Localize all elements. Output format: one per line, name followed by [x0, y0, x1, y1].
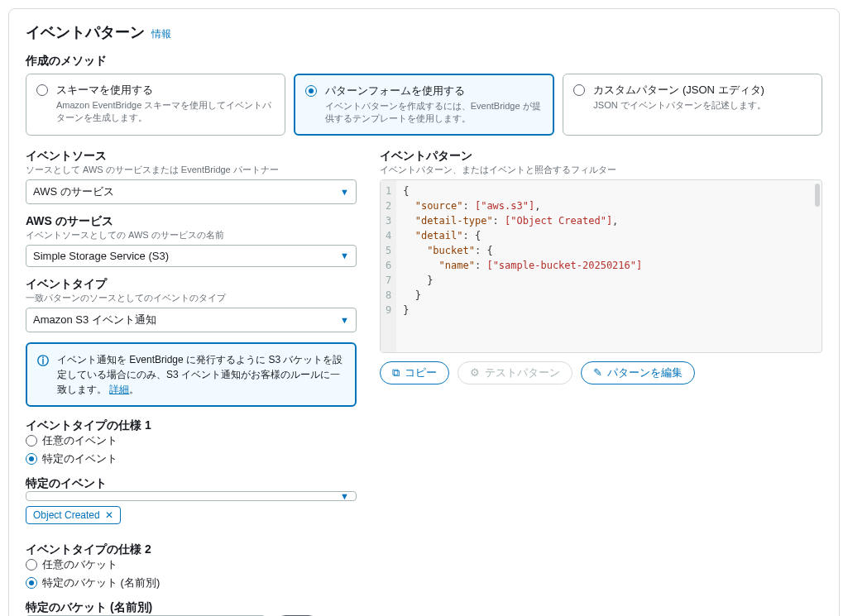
line-gutter: 123456789 [381, 180, 396, 352]
radio-label: 特定のバケット (名前別) [42, 575, 160, 590]
radio-icon [26, 577, 37, 589]
radio-icon [36, 84, 48, 96]
alert-text: イベント通知を EventBridge に発行するように S3 バケットを設定し… [57, 354, 343, 395]
radio-icon [573, 84, 585, 96]
info-alert: ⓘ イベント通知を EventBridge に発行するように S3 バケットを設… [26, 342, 357, 407]
caret-down-icon: ▼ [340, 315, 349, 325]
gear-icon: ⚙ [470, 366, 480, 379]
caret-down-icon: ▼ [340, 251, 349, 260]
event-type-select[interactable]: Amazon S3 イベント通知 ▼ [26, 308, 357, 332]
scrollbar-thumb[interactable] [815, 184, 820, 207]
caret-down-icon: ▼ [340, 187, 349, 197]
aws-service-select[interactable]: Simple Storage Service (S3) ▼ [26, 245, 357, 267]
test-pattern-button[interactable]: ⚙ テストパターン [458, 361, 573, 384]
test-label: テストパターン [485, 365, 560, 380]
pattern-label: イベントパターン [380, 149, 822, 164]
radio-icon [26, 453, 37, 465]
specific-bucket-label: 特定のバケット (名前別) [26, 600, 357, 615]
info-link[interactable]: 情報 [151, 27, 171, 41]
tile-desc: Amazon EventBridge スキーマを使用してイベントパターンを生成し… [56, 99, 275, 125]
radio-icon [305, 85, 317, 97]
pattern-hint: イベントパターン、またはイベントと照合するフィルター [380, 164, 822, 176]
copy-button[interactable]: ⧉ コピー [380, 361, 449, 384]
tile-desc: JSON でイベントパターンを記述します。 [593, 99, 812, 112]
event-source-hint: ソースとして AWS のサービスまたは EventBridge パートナー [26, 164, 357, 176]
event-token: Object Created ✕ [26, 506, 121, 524]
edit-label: パターンを編集 [607, 365, 683, 380]
radio-label: 任意のイベント [42, 433, 117, 448]
spec2-specific-radio[interactable]: 特定のバケット (名前別) [26, 575, 357, 590]
event-pattern-panel: イベントパターン 情報 作成のメソッド スキーマを使用する Amazon Eve… [8, 8, 840, 616]
tile-title: パターンフォームを使用する [325, 84, 544, 98]
aws-service-hint: イベントソースとしての AWS のサービスの名前 [26, 229, 357, 241]
tile-title: カスタムパターン (JSON エディタ) [593, 83, 812, 98]
spec1-label: イベントタイプの仕様 1 [26, 418, 357, 433]
info-icon: ⓘ [37, 352, 49, 397]
copy-label: コピー [405, 365, 437, 380]
tile-title: スキーマを使用する [56, 83, 275, 98]
edit-pattern-button[interactable]: ✎ パターンを編集 [581, 361, 695, 384]
select-value: Simple Storage Service (S3) [33, 250, 169, 262]
copy-icon: ⧉ [392, 366, 400, 380]
specific-event-label: 特定のイベント [26, 476, 357, 491]
panel-title-text: イベントパターン [26, 22, 145, 42]
spec1-any-radio[interactable]: 任意のイベント [26, 433, 357, 448]
caret-down-icon: ▼ [340, 491, 349, 501]
radio-label: 特定のイベント [42, 451, 117, 466]
json-editor[interactable]: 123456789 { "source": ["aws.s3"], "detai… [380, 179, 822, 353]
panel-title: イベントパターン 情報 [26, 22, 822, 42]
alert-detail-link[interactable]: 詳細 [109, 384, 129, 395]
event-type-hint: 一致パターンのソースとしてのイベントのタイプ [26, 292, 357, 304]
token-text: Object Created [33, 509, 100, 521]
select-value: AWS のサービス [33, 184, 114, 199]
spec1-specific-radio[interactable]: 特定のイベント [26, 451, 357, 466]
method-tile-custom[interactable]: カスタムパターン (JSON エディタ) JSON でイベントパターンを記述しま… [563, 74, 822, 136]
spec2-any-radio[interactable]: 任意のバケット [26, 557, 357, 572]
radio-icon [26, 559, 37, 571]
pencil-icon: ✎ [593, 366, 602, 379]
method-tiles: スキーマを使用する Amazon EventBridge スキーマを使用してイベ… [26, 74, 822, 136]
event-source-select[interactable]: AWS のサービス ▼ [26, 179, 357, 204]
spec2-label: イベントタイプの仕様 2 [26, 542, 357, 557]
event-type-label: イベントタイプ [26, 277, 357, 292]
method-label: 作成のメソッド [26, 54, 822, 69]
aws-service-label: AWS のサービス [26, 214, 357, 229]
method-tile-form[interactable]: パターンフォームを使用する イベントパターンを作成するには、EventBridg… [294, 74, 555, 136]
tile-desc: イベントパターンを作成するには、EventBridge が提供するテンプレートを… [325, 100, 544, 126]
select-value: Amazon S3 イベント通知 [33, 313, 156, 327]
code-content: { "source": ["aws.s3"], "detail-type": [… [396, 180, 649, 352]
method-tile-schema[interactable]: スキーマを使用する Amazon EventBridge スキーマを使用してイベ… [26, 74, 285, 136]
radio-icon [26, 435, 37, 446]
close-icon[interactable]: ✕ [105, 509, 113, 521]
radio-label: 任意のバケット [42, 557, 117, 572]
event-source-label: イベントソース [26, 149, 357, 164]
specific-event-select[interactable]: ▼ [26, 491, 357, 501]
